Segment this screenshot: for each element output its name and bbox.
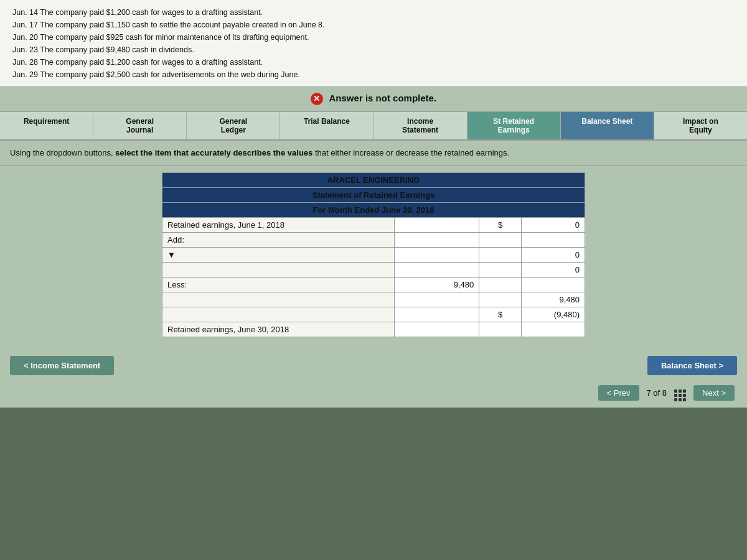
error-icon: ✕ (311, 93, 323, 105)
row6-label (162, 307, 395, 322)
answer-banner: ✕ Answer is not complete. (0, 86, 747, 111)
row3-dollar (479, 262, 522, 277)
row4-v2 (522, 277, 585, 292)
content-area: ARACEL ENGINEERING Statement of Retained… (0, 166, 747, 347)
instruction-area: Using the dropdown buttons, select the i… (0, 141, 747, 166)
table-row: Add: (162, 232, 585, 247)
page-indicator: 7 of 8 (647, 388, 667, 398)
table-row: Less: 9,480 (162, 277, 585, 292)
journal-line-1: Jun. 14 The company paid $1,200 cash for… (12, 6, 735, 19)
next-button[interactable]: Next > (693, 385, 735, 401)
tab-income-statement[interactable]: Income Statement (374, 112, 467, 139)
row7-label: Retained earnings, June 30, 2018 (162, 322, 395, 337)
row6-v2: (9,480) (522, 307, 585, 322)
company-name: ARACEL ENGINEERING (162, 172, 585, 187)
instruction-before: Using the dropdown buttons, (10, 148, 115, 157)
row4-dollar (479, 277, 522, 292)
nav-buttons-row: < Income Statement Balance Sheet > (0, 347, 747, 379)
instruction-after: that either increase or decrease the ret… (312, 148, 509, 157)
instruction-bold: select the item that accurately describe… (115, 148, 312, 157)
pagination-row: < Prev 7 of 8 Next > (0, 379, 747, 408)
row2-v2: 0 (522, 247, 585, 262)
row4-label: Less: (162, 277, 395, 292)
row2-dollar (479, 247, 522, 262)
row0-label: Retained earnings, June 1, 2018 (162, 217, 395, 232)
grid-icon (674, 385, 686, 401)
row1-v1 (395, 232, 479, 247)
row3-label (162, 262, 395, 277)
tab-trial-balance[interactable]: Trial Balance (280, 112, 374, 139)
journal-line-3: Jun. 20 The company paid $925 cash for m… (12, 31, 735, 44)
row5-v1 (395, 292, 479, 307)
row6-dollar: $ (479, 307, 522, 322)
table-row: Retained earnings, June 1, 2018 $ 0 (162, 217, 585, 232)
tab-st-retained-earnings[interactable]: St Retained Earnings (467, 112, 561, 139)
main-container: Jun. 14 The company paid $1,200 cash for… (0, 0, 747, 560)
row0-v1 (395, 217, 479, 232)
tab-general-journal[interactable]: General Journal (93, 112, 187, 139)
row0-dollar: $ (479, 217, 522, 232)
tab-requirement[interactable]: Requirement (0, 112, 93, 139)
balance-sheet-button[interactable]: Balance Sheet > (647, 356, 737, 375)
row3-v1 (395, 262, 479, 277)
row7-dollar (479, 322, 522, 337)
row3-v2: 0 (522, 262, 585, 277)
answer-banner-text: Answer is not complete. (329, 93, 437, 103)
tab-general-ledger[interactable]: General Ledger (187, 112, 280, 139)
journal-line-6: Jun. 29 The company paid $2,500 cash for… (12, 68, 735, 81)
row5-label (162, 292, 395, 307)
row2-v1 (395, 247, 479, 262)
row1-label: Add: (162, 232, 395, 247)
statement-period: For Month Ended June 30, 2018 (162, 202, 585, 217)
row7-v2 (522, 322, 585, 337)
row4-v1: 9,480 (395, 277, 479, 292)
statement-table: ARACEL ENGINEERING Statement of Retained… (162, 172, 585, 337)
row0-v2: 0 (522, 217, 585, 232)
row5-v2: 9,480 (522, 292, 585, 307)
journal-line-5: Jun. 28 The company paid $1,200 cash for… (12, 56, 735, 68)
row6-v1 (395, 307, 479, 322)
income-statement-button[interactable]: < Income Statement (10, 356, 114, 375)
prev-button[interactable]: < Prev (598, 385, 639, 401)
tab-balance-sheet[interactable]: Balance Sheet (561, 112, 654, 139)
table-row: 9,480 (162, 292, 585, 307)
table-row: Retained earnings, June 30, 2018 (162, 322, 585, 337)
table-row: ▼ 0 (162, 247, 585, 262)
row1-dollar (479, 232, 522, 247)
dropdown-arrow-1[interactable]: ▼ (167, 250, 176, 259)
row1-v2 (522, 232, 585, 247)
top-text-block: Jun. 14 The company paid $1,200 cash for… (0, 0, 747, 86)
row5-dollar (479, 292, 522, 307)
row2-label[interactable]: ▼ (162, 247, 395, 262)
table-row: $ (9,480) (162, 307, 585, 322)
row7-v1 (395, 322, 479, 337)
journal-line-4: Jun. 23 The company paid $9,480 cash in … (12, 44, 735, 56)
tabs-row: Requirement General Journal General Ledg… (0, 111, 747, 141)
table-row: 0 (162, 262, 585, 277)
statement-title: Statement of Retained Earnings (162, 187, 585, 202)
journal-line-2: Jun. 17 The company paid $1,150 cash to … (12, 19, 735, 31)
tab-impact-on-equity[interactable]: Impact on Equity (654, 112, 747, 139)
